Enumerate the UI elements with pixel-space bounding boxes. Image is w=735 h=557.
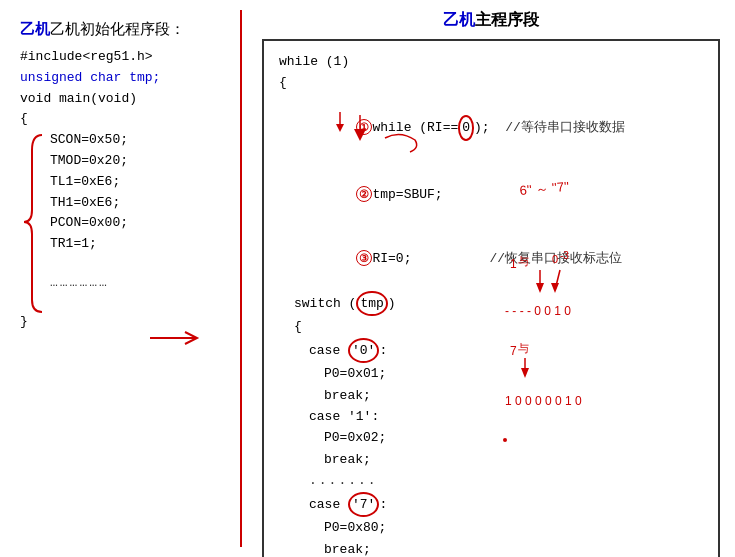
code-line-tr1: TR1=1; xyxy=(50,234,230,255)
right-panel: 乙机主程序段 while (1) { ①while (RI==0); //等待串… xyxy=(242,0,735,557)
code-line-dots: ……………… xyxy=(50,273,230,294)
comment-wait: //等待串口接收数据 xyxy=(505,120,625,135)
right-panel-title: 乙机主程序段 xyxy=(262,10,720,31)
code-line-tl1: TL1=0xE6; xyxy=(50,172,230,193)
code-line-empty1 xyxy=(50,255,230,273)
line-dots-switch: ....... xyxy=(279,470,703,491)
code-area: while (1) { ①while (RI==0); //等待串口接收数据 ②… xyxy=(262,39,720,557)
circle-case0: '0' xyxy=(348,338,379,363)
line-case7: case '7': xyxy=(279,492,703,517)
line-switch: switch (tmp) xyxy=(279,291,703,316)
circle-case7: '7' xyxy=(348,492,379,517)
line-p0-80: P0=0x80; xyxy=(279,517,703,538)
code-line-open-brace: { xyxy=(20,109,230,130)
line-break1: break; xyxy=(279,449,703,470)
line-open2: { xyxy=(279,316,703,337)
page-container: 乙机乙机初始化程序段： #include<reg51.h> unsigned c… xyxy=(0,0,735,557)
red-arrow-right xyxy=(150,328,210,348)
code-line-tmod: TMOD=0x20; xyxy=(50,151,230,172)
line-while: while (1) xyxy=(279,51,703,72)
code-line-th1: TH1=0xE6; xyxy=(50,193,230,214)
circle-3: ③ xyxy=(356,250,372,266)
circle-1: ① xyxy=(356,119,372,135)
line-p0-02: P0=0x02; xyxy=(279,427,703,448)
circle-2: ② xyxy=(356,186,372,202)
code-line-unsigned: unsigned char tmp; xyxy=(20,68,230,89)
left-panel-title: 乙机乙机初始化程序段： xyxy=(20,20,230,39)
circle-tmp: tmp xyxy=(356,291,387,316)
code-line-void-main: void main(void) xyxy=(20,89,230,110)
line-ri-zero: ③RI=0; //恢复串口接收标志位 xyxy=(279,227,703,291)
code-line-include: #include<reg51.h> xyxy=(20,47,230,68)
line-open1: { xyxy=(279,72,703,93)
circle-zero: 0 xyxy=(458,115,474,140)
code-line-empty2 xyxy=(50,294,230,312)
line-p0-01: P0=0x01; xyxy=(279,363,703,384)
line-while-ri: ①while (RI==0); //等待串口接收数据 xyxy=(279,94,703,162)
left-curly-brace xyxy=(22,130,52,315)
left-code-block: #include<reg51.h> unsigned char tmp; voi… xyxy=(20,47,230,333)
code-line-pcon: PCON=0x00; xyxy=(50,213,230,234)
line-break7: break; xyxy=(279,539,703,557)
code-line-scon: SCON=0x50; xyxy=(50,130,230,151)
left-panel: 乙机乙机初始化程序段： #include<reg51.h> unsigned c… xyxy=(0,0,240,557)
comment-restore: //恢复串口接收标志位 xyxy=(489,251,622,266)
right-title-text: 主程序段 xyxy=(475,12,539,30)
line-case1: case '1': xyxy=(279,406,703,427)
left-title-highlight: 乙机 xyxy=(20,22,50,39)
line-break0: break; xyxy=(279,385,703,406)
line-case0: case '0': xyxy=(279,338,703,363)
right-title-highlight: 乙机 xyxy=(443,12,475,30)
line-tmp-sbuf: ②tmp=SBUF; xyxy=(279,162,703,226)
